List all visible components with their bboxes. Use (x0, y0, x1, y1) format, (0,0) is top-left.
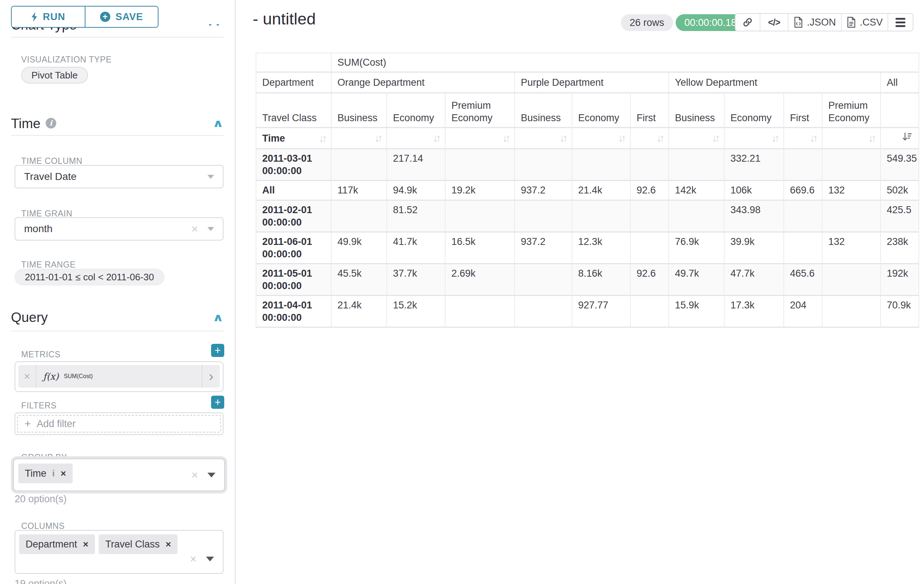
value-cell (631, 232, 669, 264)
travel-class-header: Business (332, 94, 387, 128)
value-cell: 132 (822, 232, 881, 264)
column-sort-cell[interactable]: ↓↑ (515, 128, 572, 149)
chevron-down-icon[interactable] (206, 557, 214, 561)
chart-title[interactable]: - untitled (253, 10, 316, 28)
value-cell: 76.9k (669, 232, 724, 264)
clear-icon[interactable]: × (191, 224, 198, 235)
columns-chip-department[interactable]: Department × (19, 535, 95, 554)
clear-icon[interactable]: × (190, 553, 196, 565)
control-panel: Chart Type RUN + SAVE VISUALIZATION TYPE… (0, 0, 236, 584)
column-sort-cell[interactable]: ↓↑ (332, 128, 387, 149)
visualization-type-value[interactable]: Pivot Table (21, 67, 88, 84)
value-cell: 343.98 (724, 201, 784, 232)
row-dim-label: Department (256, 72, 332, 94)
csv-file-icon (846, 17, 856, 28)
travel-class-header: Premium Economy (446, 94, 515, 128)
chevron-down-icon (208, 227, 214, 231)
value-cell: 21.4k (572, 181, 631, 201)
json-file-icon (794, 17, 803, 28)
table-row: All117k94.9k19.2k937.221.4k92.6142k106k6… (256, 181, 919, 201)
save-button[interactable]: + SAVE (85, 7, 158, 27)
clear-icon[interactable]: × (191, 469, 198, 481)
sort-icon[interactable]: ↓↑ (559, 132, 566, 144)
time-grain-select[interactable]: month × (15, 217, 223, 240)
remove-chip-icon[interactable]: × (83, 539, 88, 550)
chevron-down-icon[interactable] (208, 473, 216, 477)
column-sort-cell[interactable] (881, 128, 919, 149)
value-cell: 41.7k (387, 232, 446, 264)
run-button[interactable]: RUN (12, 7, 85, 27)
section-divider (11, 135, 223, 136)
sort-icon[interactable]: ↓↑ (375, 132, 381, 144)
chevron-up-icon[interactable]: ∧ (212, 117, 224, 130)
value-cell (631, 149, 669, 181)
sort-desc-icon[interactable] (902, 132, 912, 142)
table-row: 2011-05-01 00:00:0045.5k37.7k2.69k8.16k9… (256, 264, 919, 296)
section-divider (11, 37, 223, 38)
department-group-header: All (881, 72, 919, 94)
column-sort-cell[interactable]: ↓↑ (724, 128, 784, 149)
table-row: 2011-02-01 00:00:0081.52343.98425.5 (256, 201, 919, 232)
group-by-select[interactable]: Time i × × (13, 459, 225, 491)
remove-chip-icon[interactable]: × (165, 539, 171, 550)
time-sort-cell[interactable]: Time↓↑ (256, 128, 332, 149)
value-cell: 49.7k (669, 264, 724, 296)
remove-chip-icon[interactable]: × (61, 468, 66, 479)
value-cell: 47.7k (724, 264, 784, 296)
export-csv-label: .CSV (860, 17, 883, 28)
add-filter-button[interactable]: + Add filter (17, 415, 221, 433)
panel-resize-dots[interactable] (209, 24, 219, 26)
value-cell: 132 (822, 181, 881, 201)
chevron-up-icon[interactable]: ∧ (212, 311, 224, 324)
pivot-table: SUM(Cost)DepartmentOrange DepartmentPurp… (256, 53, 919, 328)
columns-chip-travel-class[interactable]: Travel Class × (99, 535, 178, 554)
copy-link-button[interactable] (736, 14, 760, 31)
columns-select[interactable]: Department × Travel Class × × (15, 530, 223, 574)
sort-icon[interactable]: ↓↑ (810, 132, 816, 144)
column-sort-cell[interactable]: ↓↑ (572, 128, 631, 149)
sort-icon[interactable]: ↓↑ (771, 132, 777, 144)
group-by-chip-time[interactable]: Time i × (18, 464, 73, 483)
time-grain-value: month (24, 223, 191, 235)
pivot-table-container: SUM(Cost)DepartmentOrange DepartmentPurp… (256, 53, 919, 328)
chevron-down-icon (208, 175, 214, 179)
remove-metric-icon[interactable]: × (18, 365, 36, 388)
add-filter-label: Add filter (37, 418, 76, 429)
column-sort-cell[interactable]: ↓↑ (446, 128, 515, 149)
time-column-select[interactable]: Travel Date (15, 165, 223, 188)
view-query-button[interactable]: </> (760, 14, 788, 31)
run-save-button-group: RUN + SAVE (11, 6, 158, 28)
chart-panel: - untitled 26 rows 00:00:00.18 </> .JSON… (236, 0, 924, 584)
column-sort-cell[interactable]: ↓↑ (784, 128, 822, 149)
column-sort-cell[interactable]: ↓↑ (631, 128, 669, 149)
travel-class-header: Business (669, 94, 724, 128)
add-filter-plus-button[interactable]: + (211, 396, 224, 409)
sort-icon[interactable]: ↓↑ (712, 132, 718, 144)
value-cell (446, 201, 515, 232)
value-cell: 142k (669, 181, 724, 201)
run-button-label: RUN (43, 12, 65, 23)
chevron-right-icon[interactable]: › (201, 365, 220, 388)
value-cell: 332.21 (724, 149, 784, 181)
time-range-value[interactable]: 2011-01-01 ≤ col < 2011-06-30 (15, 269, 164, 285)
value-cell: 17.3k (724, 296, 784, 328)
sort-icon[interactable]: ↓↑ (618, 132, 624, 144)
sort-icon[interactable]: ↓↑ (502, 132, 508, 144)
sort-icon[interactable]: ↓↑ (868, 132, 874, 144)
column-sort-cell[interactable]: ↓↑ (387, 128, 446, 149)
value-cell: 81.52 (387, 201, 446, 232)
column-sort-cell[interactable]: ↓↑ (822, 128, 881, 149)
sort-icon[interactable]: ↓↑ (433, 132, 439, 144)
column-sort-cell[interactable]: ↓↑ (669, 128, 724, 149)
section-divider (11, 331, 223, 331)
columns-options-hint: 19 option(s) (15, 578, 67, 584)
sort-icon[interactable]: ↓↑ (319, 132, 325, 145)
export-csv-button[interactable]: .CSV (841, 14, 888, 31)
add-metric-button[interactable]: + (211, 344, 224, 357)
sort-icon[interactable]: ↓↑ (656, 132, 663, 144)
export-json-button[interactable]: .JSON (788, 14, 841, 31)
metric-chip[interactable]: × ƒ(x) SUM(Cost) › (18, 365, 220, 388)
plus-icon: + (25, 418, 31, 430)
value-cell (515, 149, 572, 181)
menu-button[interactable] (888, 14, 912, 31)
